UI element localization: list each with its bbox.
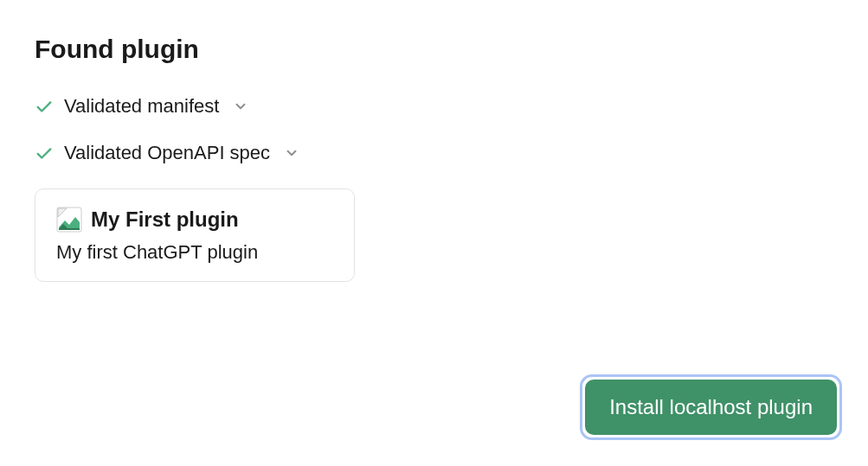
- check-icon: [35, 144, 54, 163]
- install-button-focus-ring: Install localhost plugin: [580, 374, 842, 440]
- check-icon: [35, 97, 54, 116]
- plugin-card-header: My First plugin: [56, 207, 333, 233]
- validation-label: Validated OpenAPI spec: [64, 142, 270, 164]
- chevron-down-icon: [233, 99, 248, 114]
- validation-openapi[interactable]: Validated OpenAPI spec: [35, 142, 833, 164]
- plugin-description: My first ChatGPT plugin: [56, 241, 333, 264]
- validation-manifest[interactable]: Validated manifest: [35, 95, 833, 118]
- broken-image-icon: [56, 207, 82, 233]
- install-localhost-plugin-button[interactable]: Install localhost plugin: [585, 380, 837, 435]
- chevron-down-icon: [284, 145, 299, 161]
- plugin-name: My First plugin: [91, 207, 239, 232]
- plugin-card: My First plugin My first ChatGPT plugin: [35, 188, 355, 282]
- validation-label: Validated manifest: [64, 95, 219, 118]
- page-heading: Found plugin: [35, 35, 833, 64]
